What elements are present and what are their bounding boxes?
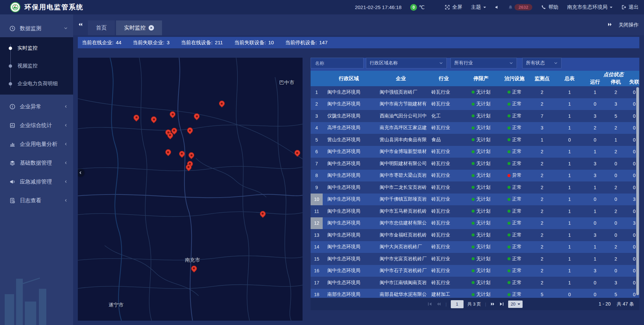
map-panel[interactable]: 巴中市南充市遂宁市 [78,58,303,321]
map-pin[interactable] [165,149,171,155]
pager-first-button[interactable] [427,302,432,307]
sidebar-item-base-data[interactable]: 基础数据管理 [0,154,73,172]
cell-limit-status: 无计划 [461,110,501,122]
table-row[interactable]: 14阆中生态环境局阆中大兴页岩机砖厂砖瓦行业无计划正常21120 [311,241,639,253]
map-pin[interactable] [191,266,197,271]
table-row[interactable]: 5营山生态环境局营山县润丰肉食品有限食品无计划正常10010 [311,134,639,146]
table-row[interactable]: 17阆中生态环境局阆中市江南镇阆南页岩砖瓦行业无计划正常21030 [311,277,639,289]
tab-home[interactable]: 首页 [88,20,115,35]
close-operations-button[interactable]: 关闭操作 [619,22,639,28]
table-row[interactable]: 12阆中生态环境局阆中市忠信建材有限公砖瓦行业无计划正常21003 [311,217,639,229]
cell-limit-status: 无计划 [461,181,501,194]
pager-next-button[interactable] [490,302,495,307]
table-row[interactable]: 1阆中生态环境局阆中强锐页岩砖厂砖瓦行业无计划正常21120 [311,86,639,98]
status-dot-green [507,114,511,117]
sidebar-item-log-view[interactable]: 日志查看 [0,191,73,210]
table-row[interactable]: 9阆中生态环境局阆中市二龙长宝页岩砖砖瓦行业无计划正常21120 [311,181,639,194]
marquee-toggle-button[interactable] [495,5,499,9]
table-header: 行政区域 企业 行业 停限产 治污设施 监测点 总表 点位状态 运行 停机 失联 [311,71,639,86]
tab-label: 实时监控 [124,24,146,32]
table-row[interactable]: 13阆中生态环境局阆中市金福旺页岩机砖砖瓦行业无计划正常21300 [311,229,639,241]
cell-company: 阆中市金福旺页岩机砖 [375,229,427,241]
sidebar-item-company-statistics[interactable]: 企业综合统计 [0,116,73,135]
sidebar-item-company-abnormal[interactable]: 企业异常 [0,97,73,116]
map-pin[interactable] [133,115,139,120]
row-number: 10 [311,194,323,206]
table-row[interactable]: 15阆中生态环境局阆中市光富页岩机砖厂砖瓦行业无计划正常21120 [311,253,639,265]
table-row[interactable]: 10阆中生态环境局阆中千佛镇五郎垭页岩砖瓦行业无计划正常21003 [311,194,639,206]
chevron-left-icon [64,198,68,204]
status-dot-green [507,269,511,272]
temperature-unit: ℃ [419,4,425,10]
tab-realtime-monitor[interactable]: 实时监控 [116,20,162,35]
table-row[interactable]: 6阆中生态环境局阆中市金博瑞新型墙材砖瓦行业无计划正常21120 [311,146,639,158]
map-pin[interactable] [187,127,193,133]
name-filter [311,58,364,68]
table-scrollbar[interactable] [636,87,639,295]
cell-stop: 2 [607,86,625,98]
help-button[interactable]: 帮助 [541,4,558,10]
region-select[interactable]: 行政区域名称 [366,58,447,68]
map-pin[interactable] [151,116,157,122]
status-dot-green [507,257,511,260]
pager-last-button[interactable] [499,302,504,307]
sidebar-item-realtime-monitor[interactable]: 实时监控 [0,39,73,57]
map-pin[interactable] [219,101,225,106]
sidebar-item-data-monitoring[interactable]: 数据监测 [0,20,73,37]
status-select[interactable]: 所有状态 [522,58,561,68]
cell-meter: 1 [556,241,583,253]
page-number-input[interactable] [451,300,464,308]
sidebar-item-video-monitor[interactable]: 视频监控 [0,57,73,75]
table-row[interactable]: 4高坪生态环境局南充市高坪区王家店建砖瓦行业无计划正常31220 [311,122,639,134]
collapse-right-icon [607,22,612,27]
map-pin[interactable] [189,152,194,158]
sidebar-item-emergency-reduction[interactable]: 应急减排管理 [0,172,73,191]
status-dot-green [507,103,511,106]
industry-select[interactable]: 所有行业 [450,58,517,68]
sidebar-item-power-analysis[interactable]: 企业用电量分析 [0,135,73,154]
sidebar-item-power-load-detail[interactable]: 企业电力负荷明细 [0,75,73,93]
logout-button[interactable]: 退出 [621,4,639,10]
cell-facility-status: 正常 [501,122,528,134]
table-row[interactable]: 11阆中生态环境局阆中市五马桥页岩机砖砖瓦行业无计划正常21120 [311,205,639,217]
tab-close-icon[interactable] [149,25,154,31]
map-pin[interactable] [179,151,185,157]
table-row[interactable]: 16阆中生态环境局阆中市石子页岩机砖厂砖瓦行业无计划正常21300 [311,265,639,277]
org-dropdown[interactable]: 南充市生态环境局 [567,4,612,10]
cell-meter: 1 [556,122,583,134]
fullscreen-button[interactable]: 全屏 [445,4,462,10]
cell-run: 0 [583,194,607,206]
cell-stop: 2 [607,241,625,253]
notifications-button[interactable]: 2632 [508,4,532,10]
sidebar-subitem-label: 企业电力负荷明细 [17,80,58,87]
table-row[interactable]: 2阆中生态环境局阆中市南方节能建材有砖瓦行业无计划正常21030 [311,98,639,110]
map-pin[interactable] [167,132,173,138]
map-pin[interactable] [170,111,175,117]
tabs-scroll-left-button[interactable] [78,22,83,29]
cell-meter: 1 [556,158,583,170]
map-pin[interactable] [294,150,300,156]
map-pin[interactable] [260,211,266,217]
cell-stop: 3 [607,98,625,110]
cell-company: 阆中明阳建材有限公司 [375,158,427,170]
name-search-input[interactable] [314,60,360,66]
datetime-label: 2021-02-25 17:46:18 [355,4,401,10]
table-row[interactable]: 3仪陇生态环境局西南油气田分公司川中化工无计划正常71350 [311,110,639,122]
map-pins-layer: 巴中市南充市遂宁市 [78,58,303,321]
gauge-icon [9,25,15,32]
page-size-select[interactable]: 20 [508,301,522,308]
cell-points: 2 [528,146,556,158]
collapse-right-button[interactable] [607,22,612,28]
map-pin[interactable] [194,113,200,119]
table-row[interactable]: 7阆中生态环境局阆中明阳建材有限公司砖瓦行业无计划正常21300 [311,158,639,170]
table-row[interactable]: 8阆中生态环境局阆中市枣碧大梁山页岩砖瓦行业无计划异常21300 [311,170,639,182]
sidebar-item-label: 数据监测 [20,25,41,32]
cell-facility-status: 正常 [501,86,528,98]
map-pin[interactable] [186,164,192,170]
theme-dropdown[interactable]: 主题 [471,4,486,10]
pager-prev-button[interactable] [436,302,441,307]
pager-first-icon [427,302,432,307]
cell-limit-status: 无计划 [461,277,501,289]
app-header: 环保用电监管系统 2021-02-25 17:46:18 0 ℃ 全屏 主题 2… [0,0,644,14]
cell-limit-status: 无计划 [461,194,501,206]
